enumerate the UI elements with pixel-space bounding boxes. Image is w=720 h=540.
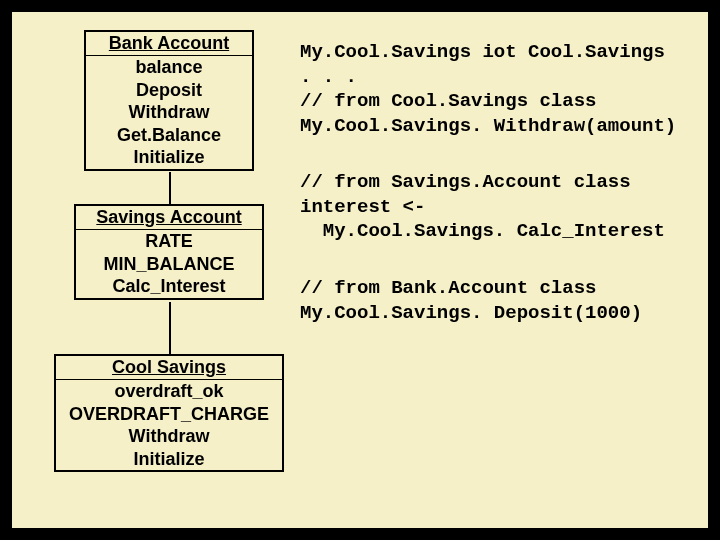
inheritance-connector [169,302,171,354]
class-row: balance [86,56,252,79]
class-title: Cool Savings [56,356,282,380]
class-title: Savings Account [76,206,262,230]
class-box-savings-account: Savings Account RATE MIN_BALANCE Calc_In… [74,204,264,300]
diagram-canvas: Bank Account balance Deposit Withdraw Ge… [12,12,708,528]
class-row: Get.Balance [86,124,252,147]
class-title: Bank Account [86,32,252,56]
class-row: MIN_BALANCE [76,253,262,276]
class-row: Withdraw [56,425,282,448]
class-row: Calc_Interest [76,275,262,298]
class-box-cool-savings: Cool Savings overdraft_ok OVERDRAFT_CHAR… [54,354,284,472]
class-row: Deposit [86,79,252,102]
code-block-cool-savings: My.Cool.Savings iot Cool.Savings . . . /… [300,40,676,139]
class-row: Initialize [56,448,282,471]
class-row: Initialize [86,146,252,169]
class-row: Withdraw [86,101,252,124]
class-row: RATE [76,230,262,253]
class-row: OVERDRAFT_CHARGE [56,403,282,426]
code-block-savings-account: // from Savings.Account class interest <… [300,170,665,244]
class-row: overdraft_ok [56,380,282,403]
class-box-bank-account: Bank Account balance Deposit Withdraw Ge… [84,30,254,171]
inheritance-connector [169,172,171,204]
code-block-bank-account: // from Bank.Account class My.Cool.Savin… [300,276,642,325]
